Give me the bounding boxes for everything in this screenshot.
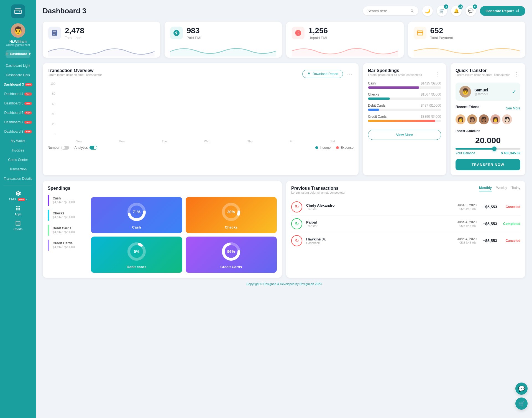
sidebar-item-dashboard-dark[interactable]: Dashboard Dark [0, 70, 36, 80]
sidebar-item-dashboard-3[interactable]: Dashboard 3 New [0, 80, 36, 89]
wallet-icon [14, 7, 22, 15]
spending-checks-row: Checks $1567 /$5000 [368, 93, 441, 100]
x-label-mon: Mon [119, 140, 125, 143]
balance-value: $ 456,345.62 [501, 151, 520, 155]
sidebar-item-cms[interactable]: CMS New › [0, 188, 36, 203]
charts-label: Charts [14, 227, 22, 231]
quick-transfer-more-icon[interactable]: ⋮ [513, 71, 520, 77]
sidebar-item-invoices[interactable]: Invoices [0, 146, 36, 155]
analytics-toggle-knob [94, 146, 97, 149]
sidebar-item-dashboard-6[interactable]: Dashboard 6 New [0, 108, 36, 117]
balance-label: Your Balance [456, 151, 475, 155]
badge-new-6: New [24, 111, 32, 114]
tab-weekly[interactable]: Weekly [496, 186, 507, 191]
tx-row-2: ↻ Paipal Transfer June 4, 2020 05:34:45 … [291, 216, 520, 232]
sidebar-item-dashboard-7[interactable]: Dashboard 7 New [0, 117, 36, 127]
analytics-toggle-switch[interactable] [89, 146, 97, 150]
spending-cash-amount: $1415 /$2000 [421, 81, 441, 85]
stat-card-total-payment: 652 Total Payment [408, 22, 526, 58]
spendings-title: Spendings [48, 186, 277, 191]
sidebar-logo[interactable] [11, 4, 25, 18]
recent-friend-title: Recent Friend [456, 105, 480, 109]
selected-user-name: Samuel [474, 88, 488, 92]
friend-1[interactable]: 👩 [456, 114, 466, 124]
tx-amount-1: +$5,553 [480, 205, 497, 209]
friend-3[interactable]: 👩🏾 [479, 114, 489, 124]
friend-4[interactable]: 👩 [490, 114, 500, 124]
sidebar-item-charts[interactable]: Charts [0, 218, 36, 233]
apps-label: Apps [14, 212, 21, 216]
selected-user[interactable]: 👨 Samuel @sam224 ✓ [456, 83, 520, 101]
tx-status-3: Canceled [501, 239, 520, 243]
sidebar-item-dashboard-5[interactable]: Dashboard 5 New [0, 99, 36, 108]
cash-bar [48, 195, 49, 206]
cash-bar-fill [368, 86, 419, 89]
unpaid-emi-icon [292, 27, 305, 39]
slider-thumb[interactable] [492, 147, 497, 151]
message-btn[interactable]: 💬 5 [466, 6, 476, 16]
float-support-btn[interactable]: 💬 [515, 383, 528, 395]
amount-slider[interactable] [456, 148, 520, 150]
friend-2[interactable]: 👩🏽 [467, 114, 477, 124]
paid-emi-icon [170, 27, 183, 39]
chart-actions: Download Report ⋯ [302, 70, 354, 78]
sidebar: 👨 Hi,William william@gmail.com ⊞ Dashboa… [0, 0, 36, 418]
sidebar-item-dashboard-light[interactable]: Dashboard Light [0, 61, 36, 70]
analytics-toggle[interactable]: Analytics [75, 146, 97, 150]
donut-checks: 30% Checks [186, 197, 277, 233]
badge-new-8: New [24, 130, 32, 133]
download-report-button[interactable]: Download Report [302, 70, 343, 78]
float-cart-btn[interactable]: 🛒 [515, 398, 528, 410]
sidebar-item-dashboard-4[interactable]: Dashboard 4 New [0, 89, 36, 99]
paid-emi-wave [170, 43, 277, 57]
cart-icon: 🛒 [439, 8, 445, 14]
header-actions: 🌙 🛒 2 🔔 12 💬 5 Generate Report [363, 6, 525, 16]
tx-date-2: June 4, 2020 05:34:45 AM [457, 220, 477, 227]
sidebar-item-apps[interactable]: Apps [0, 203, 36, 218]
generate-report-label: Generate Report [485, 9, 514, 13]
tab-today[interactable]: Today [511, 186, 520, 191]
more-options-icon[interactable]: ⋯ [346, 71, 354, 77]
view-more-button[interactable]: View More [368, 130, 441, 140]
cms-label: CMS New › [9, 198, 27, 201]
tx-status-1: Canceled [501, 205, 520, 209]
x-axis-labels: SunMonTueWedThuFriSat [58, 140, 354, 143]
theme-toggle-btn[interactable]: 🌙 [422, 6, 433, 16]
spending-credit-cards: Credit Cards $1,567 /$5,000 [48, 240, 86, 251]
number-toggle[interactable]: Number [48, 146, 69, 150]
bar-spendings-more-icon[interactable]: ⋮ [433, 71, 441, 77]
transfer-now-button[interactable]: TRANSFER NOW [456, 159, 520, 170]
income-dot [315, 146, 318, 149]
search-input[interactable] [367, 9, 408, 13]
bottom-grid: Spendings Cash $1,567 /$5,000 [43, 181, 525, 278]
sidebar-item-transaction[interactable]: Transaction [0, 165, 36, 174]
search-box[interactable] [363, 6, 418, 15]
dashboard-toggle[interactable]: ⊞ Dashboard ▾ [6, 50, 30, 58]
bell-icon: 🔔 [454, 8, 459, 14]
sidebar-item-transaction-details[interactable]: Transaction Details [0, 174, 36, 183]
footer: Copyright © Designed & Developed by Dexi… [43, 278, 525, 290]
sidebar-item-cards-center[interactable]: Cards Center [0, 155, 36, 165]
number-toggle-switch[interactable] [61, 146, 69, 150]
tx-date-1: June 5, 2020 05:34:45 AM [457, 203, 477, 211]
cart-btn[interactable]: 🛒 2 [437, 6, 447, 16]
see-more-link[interactable]: See More [506, 106, 520, 110]
avatar: 👨 [11, 23, 25, 38]
tab-monthly[interactable]: Monthly [479, 186, 492, 191]
search-icon [410, 9, 414, 13]
sidebar-item-dashboard-8[interactable]: Dashboard 8 New [0, 127, 36, 136]
bell-btn[interactable]: 🔔 12 [451, 6, 462, 16]
check-icon: ✓ [512, 88, 516, 95]
total-loan-icon [48, 27, 61, 39]
legend-number: Number [48, 146, 69, 150]
bar-spendings-card: Bar Spendings Lorem ipsum dolor sit amet… [363, 63, 446, 175]
tx-icon-3: ↻ [291, 235, 302, 246]
svg-text:71%: 71% [133, 210, 141, 214]
friend-5[interactable]: 👩🏻 [502, 114, 512, 124]
floating-buttons: 💬 🛒 [515, 383, 528, 410]
selected-user-avatar: 👨 [459, 86, 471, 98]
spending-checks-amount: $1567 /$5000 [421, 93, 441, 96]
svg-text:96%: 96% [227, 249, 235, 254]
generate-report-button[interactable]: Generate Report [480, 6, 525, 16]
sidebar-item-my-wallet[interactable]: My Wallet [0, 136, 36, 146]
